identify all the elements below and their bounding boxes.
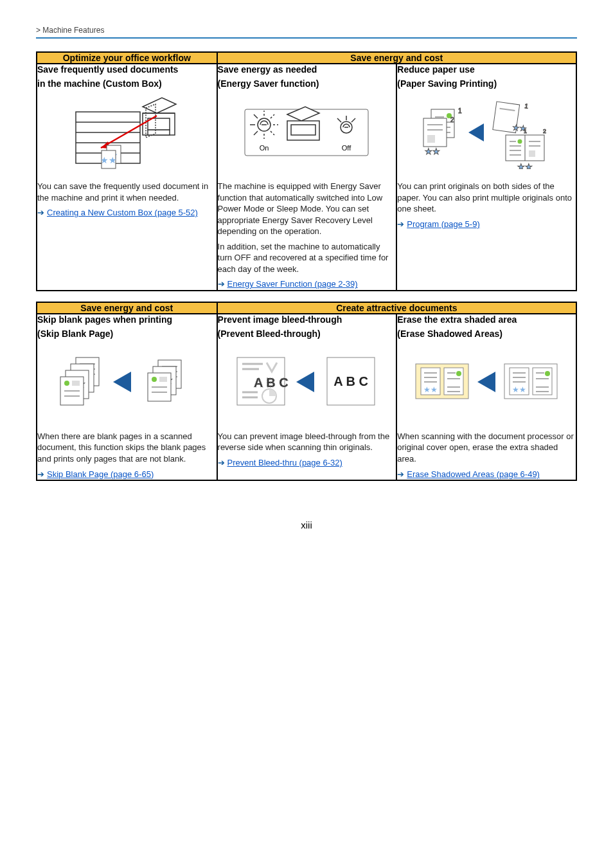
abc-ghost: A B C <box>254 375 289 390</box>
link-arrow-icon: ➔ <box>397 469 404 479</box>
t1-cell3: Reduce paper use (Paper Saving Printing)… <box>396 64 576 291</box>
page-header: > Machine Features <box>36 26 577 35</box>
link-arrow-icon: ➔ <box>37 469 44 479</box>
svg-point-104 <box>456 371 461 376</box>
t2-head2: Create attractive documents <box>217 302 576 314</box>
t1c2-link[interactable]: Energy Saver Function (page 2-39) <box>227 279 358 289</box>
svg-marker-46 <box>468 123 484 141</box>
t2c1-title2: (Skip Blank Page) <box>37 329 217 339</box>
t1c1-title2: in the machine (Custom Box) <box>37 78 217 89</box>
t2-cell3: Erase the extra shaded area (Erase Shado… <box>396 314 576 480</box>
abc-solid: A B C <box>334 374 369 388</box>
svg-text:★★: ★★ <box>512 385 526 394</box>
t2c3-title2: (Erase Shadowed Areas) <box>397 329 576 339</box>
svg-point-117 <box>545 371 550 376</box>
link-arrow-icon: ➔ <box>218 458 225 467</box>
t1c1-title1: Save frequently used documents <box>37 64 217 75</box>
t2-head1: Save energy and cost <box>37 302 217 314</box>
svg-text:★★: ★★ <box>425 147 440 156</box>
t2c3-illus: ★★ ★★ <box>397 345 576 419</box>
t1-cell1: Save frequently used documents in the ma… <box>37 64 217 291</box>
svg-text:1: 1 <box>524 128 527 134</box>
svg-text:1: 1 <box>458 107 462 114</box>
t1-head1: Optimize your office workflow <box>37 52 217 64</box>
on-label: On <box>260 144 269 152</box>
svg-point-72 <box>64 381 69 386</box>
t1c1-body: You can save the frequently used documen… <box>37 181 217 203</box>
svg-text:2: 2 <box>450 116 454 123</box>
svg-rect-85 <box>159 377 167 382</box>
table-1: Optimize your office workflow Save energ… <box>36 51 577 291</box>
t2c3-body: When scanning with the document processo… <box>397 431 576 465</box>
t1-cell2: Save energy as needed (Energy Saver func… <box>217 64 397 291</box>
t2c2-link[interactable]: Prevent Bleed-thru (page 6-32) <box>227 458 342 467</box>
svg-marker-108 <box>477 372 495 392</box>
t2c1-illus: ★★ ★★ <box>37 345 217 419</box>
t2c1-link[interactable]: Skip Blank Page (page 6-65) <box>47 469 154 479</box>
t1c3-illus: 1 ★★2 ★★ 1 <box>397 95 576 169</box>
t1c2-body2: In addition, set the machine to automati… <box>218 241 396 275</box>
svg-marker-76 <box>113 372 131 392</box>
t1c3-title1: Reduce paper use <box>397 64 576 75</box>
svg-text:★★: ★★ <box>423 385 438 394</box>
table-2: Save energy and cost Create attractive d… <box>36 302 577 481</box>
t2c3-link[interactable]: Erase Shadowed Areas (page 6-49) <box>407 469 540 479</box>
t1c2-title2: (Energy Saver function) <box>218 78 396 89</box>
t1c2-title1: Save energy as needed <box>218 64 396 75</box>
t2c1-title1: Skip blank pages when printing <box>37 314 217 325</box>
t2c2-title1: Prevent image bleed-through <box>218 314 396 325</box>
t1c3-body: You can print originals on both sides of… <box>397 181 576 215</box>
svg-text:★★: ★★ <box>517 162 533 169</box>
svg-text:1: 1 <box>524 102 529 110</box>
svg-point-53 <box>518 140 522 144</box>
svg-rect-60 <box>529 150 535 157</box>
off-label: Off <box>342 144 351 152</box>
link-arrow-icon: ➔ <box>218 279 225 289</box>
t1c2-body1: The machine is equipped with Energy Save… <box>218 181 396 237</box>
svg-rect-73 <box>72 381 80 386</box>
svg-point-84 <box>152 377 157 382</box>
svg-rect-43 <box>427 135 435 143</box>
svg-rect-3 <box>148 130 170 135</box>
t2c2-body: You can prevent image bleed-through from… <box>218 431 396 453</box>
t2c2-title2: (Prevent Bleed-through) <box>218 329 396 339</box>
page-number: xiii <box>36 520 577 530</box>
t2-cell2: Prevent image bleed-through (Prevent Ble… <box>217 314 397 480</box>
link-arrow-icon: ➔ <box>397 219 404 229</box>
t1-head2: Save energy and cost <box>217 52 576 64</box>
t2c3-title1: Erase the extra shaded area <box>397 314 576 325</box>
t1c3-title2: (Paper Saving Printing) <box>397 78 576 89</box>
header-rule <box>36 37 577 39</box>
link-arrow-icon: ➔ <box>37 208 44 217</box>
svg-text:2: 2 <box>543 128 546 134</box>
t2c1-body: When there are blank pages in a scanned … <box>37 431 217 465</box>
svg-text:★★: ★★ <box>100 155 117 165</box>
t1c2-illus: On Off <box>218 95 396 169</box>
svg-rect-27 <box>291 125 315 135</box>
t1c3-link[interactable]: Program (page 5-9) <box>407 219 479 229</box>
t1c1-illus: ★ ★★ <box>37 95 217 169</box>
svg-marker-94 <box>296 372 314 392</box>
t2-cell1: Skip blank pages when printing (Skip Bla… <box>37 314 217 480</box>
t1c1-link[interactable]: Creating a New Custom Box (page 5-52) <box>47 208 198 217</box>
t2c2-illus: A B C A B C <box>218 345 396 419</box>
svg-rect-2 <box>148 118 170 130</box>
